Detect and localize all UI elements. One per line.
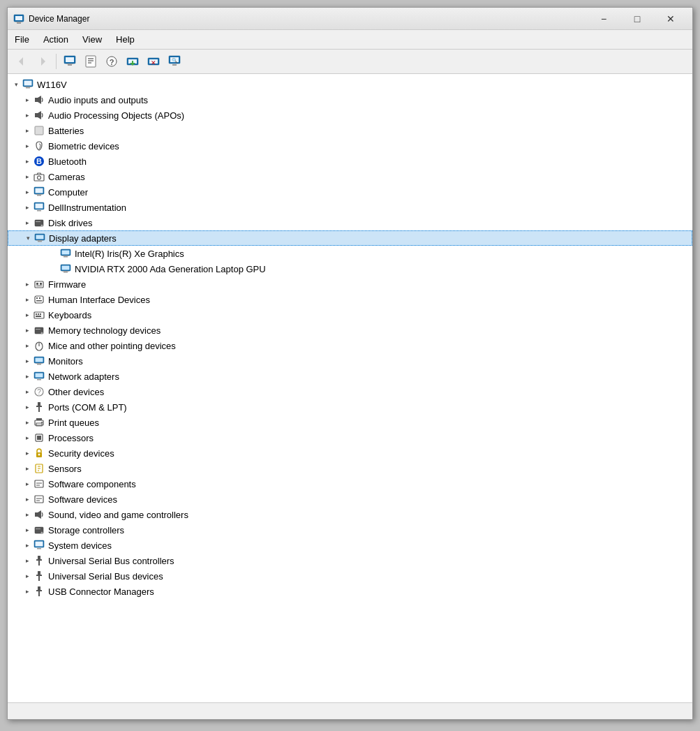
tree-item[interactable]: ▸System devices [8,538,692,553]
expand-icon[interactable]: ▸ [22,494,33,505]
expand-icon[interactable]: ▸ [22,570,33,582]
help-button[interactable]: ? [102,52,121,71]
scan-hardware-button[interactable]: 🔍 [165,52,184,71]
svg-marker-32 [38,111,41,119]
expand-icon[interactable]: ▸ [22,371,33,382]
expand-icon[interactable]: ▸ [22,186,33,198]
tree-item[interactable]: ▸Monitors [8,353,692,369]
expand-icon[interactable]: ▸ [22,140,33,152]
svg-rect-60 [35,281,43,288]
tree-item[interactable]: ▸Ports (COM & LPT) [8,399,692,415]
svg-rect-2 [17,22,21,24]
expand-icon[interactable]: ▸ [22,110,33,121]
tree-item[interactable]: ▸Universal Serial Bus controllers [8,553,692,568]
tree-item[interactable]: ▸Disk drives [8,215,692,230]
tree-item[interactable]: ▸BBluetooth [8,154,692,169]
properties-button[interactable] [81,52,100,71]
expand-icon[interactable]: ▾ [22,232,33,244]
status-bar [8,702,692,719]
expand-icon[interactable]: ▸ [22,586,33,597]
item-icon [33,570,45,582]
maximize-button[interactable]: □ [621,8,653,29]
expand-icon[interactable]: ▸ [22,417,33,428]
expand-icon[interactable]: ▸ [22,325,33,336]
tree-item[interactable]: Intel(R) Iris(R) Xe Graphics [8,246,692,261]
tree-item[interactable]: ▸Network adapters [8,369,692,384]
item-icon [59,263,72,275]
svg-rect-26 [24,81,32,86]
expand-icon[interactable]: ▸ [22,463,33,474]
tree-item[interactable]: ▸Audio Processing Objects (APOs) [8,108,692,123]
tree-item[interactable]: ▸Biometric devices [8,138,692,154]
svg-rect-1 [15,16,22,20]
menu-action[interactable]: Action [36,31,75,47]
expand-icon[interactable]: ▸ [22,432,33,443]
expand-icon[interactable]: ▸ [22,555,33,566]
close-button[interactable]: ✕ [655,8,687,29]
expand-icon[interactable]: ▸ [22,309,33,320]
back-button[interactable] [12,52,31,71]
tree-item[interactable]: ▸Mice and other pointing devices [8,338,692,353]
tree-item[interactable]: ▸DellInstrumentation [8,200,692,215]
expand-icon[interactable]: ▸ [22,202,33,213]
expand-icon[interactable]: ▸ [22,294,33,305]
svg-rect-54 [64,256,68,258]
svg-rect-50 [38,241,42,242]
expand-icon[interactable]: ▸ [22,156,33,167]
expand-icon[interactable]: ▸ [22,509,33,520]
tree-item[interactable]: ▸Cameras [8,169,692,184]
item-label: Universal Serial Bus devices [48,571,163,582]
expand-icon[interactable]: ▸ [22,279,33,290]
tree-item[interactable]: ▸Keyboards [8,307,692,323]
tree-item[interactable]: ▸Security devices [8,445,692,461]
menu-file[interactable]: File [8,31,36,47]
expand-icon[interactable]: ▸ [22,540,33,551]
tree-item[interactable]: ▸Software components [8,476,692,492]
tree-item[interactable]: ▾Display adapters [8,230,692,246]
expand-icon[interactable]: ▸ [22,386,33,397]
expand-icon[interactable]: ▸ [22,125,33,136]
computer-view-button[interactable] [60,52,80,71]
tree-item[interactable]: ▸Storage controllers [8,522,692,538]
tree-item[interactable]: ▸Universal Serial Bus devices [8,568,692,584]
tree-item[interactable]: ▸Sound, video and game controllers [8,507,692,522]
tree-item[interactable]: ▸Human Interface Devices [8,292,692,307]
window-controls: − □ ✕ [588,8,687,29]
expand-icon[interactable]: ▸ [22,340,33,351]
svg-rect-63 [36,286,42,286]
tree-item[interactable]: ▸Firmware [8,276,692,292]
tree-item[interactable]: ▸Audio inputs and outputs [8,92,692,108]
tree-item[interactable]: ▸Processors [8,430,692,445]
svg-text:?: ? [110,58,114,66]
tree-item[interactable]: ▸Print queues [8,415,692,430]
tree-item[interactable]: ▸Batteries [8,123,692,138]
tree-item[interactable]: ▸Memory technology devices [8,323,692,338]
expand-icon[interactable]: ▸ [22,448,33,459]
tree-item[interactable]: NVIDIA RTX 2000 Ada Generation Laptop GP… [8,261,692,276]
expand-icon[interactable]: ▸ [22,524,33,536]
expand-icon[interactable]: ▸ [22,401,33,413]
menu-help[interactable]: Help [109,31,142,47]
svg-rect-59 [62,271,69,272]
tree-item[interactable]: ▸Sensors [8,461,692,476]
root-expand-icon[interactable]: ▾ [10,79,22,90]
tree-item[interactable]: ▸Software devices [8,492,692,507]
tree-item[interactable]: ▸USB Connector Managers [8,584,692,599]
tree-root-node[interactable]: ▾ W116V [8,77,692,92]
expand-icon[interactable]: ▸ [22,478,33,489]
minimize-button[interactable]: − [588,8,620,29]
uninstall-device-button[interactable]: ✕ [144,52,163,71]
forward-button[interactable] [33,52,52,71]
menu-view[interactable]: View [75,31,109,47]
expand-icon[interactable]: ▸ [22,355,33,367]
update-driver-button[interactable] [123,52,142,71]
item-icon [33,201,45,214]
item-label: Ports (COM & LPT) [48,402,127,413]
expand-icon[interactable]: ▸ [22,94,33,105]
tree-item[interactable]: ▸?Other devices [8,384,692,399]
expand-icon[interactable]: ▸ [22,171,33,182]
item-icon [33,416,45,429]
svg-rect-47 [36,221,40,222]
tree-item[interactable]: ▸Computer [8,184,692,200]
expand-icon[interactable]: ▸ [22,217,33,228]
